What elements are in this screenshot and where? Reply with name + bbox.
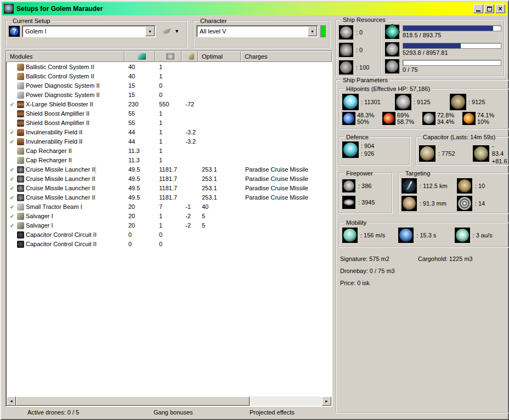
maximize-button[interactable]: [484, 4, 494, 13]
module-name: Cap Recharger II: [26, 146, 72, 156]
targeting-label: Targeting: [404, 170, 432, 177]
scroll-right-arrow-icon[interactable]: ►: [322, 396, 331, 406]
module-charges: [241, 118, 331, 128]
kinetic-resist-icon: [422, 112, 436, 125]
module-cpu: 20: [125, 212, 156, 221]
charges-column-header[interactable]: Charges: [241, 51, 332, 62]
module-row[interactable]: ✓ Small Tractor Beam I 20 7 -1 40: [7, 202, 331, 212]
module-row[interactable]: ✓ Cruise Missile Launcher II 49.5 1181.7…: [7, 184, 331, 193]
module-row[interactable]: Capacitor Control Circuit II 0 0: [7, 230, 331, 240]
module-row[interactable]: ✓ Salvager I 20 1 -2 5: [7, 221, 331, 230]
module-cap-use: -72: [182, 100, 199, 109]
capacitor-column-header[interactable]: [182, 51, 198, 62]
module-row[interactable]: ✓ Salvager I 20 1 -2 5: [7, 212, 331, 221]
module-optimal: [199, 240, 241, 249]
module-optimal: [199, 128, 241, 137]
module-row[interactable]: ✓ Invulnerability Field II 44 1 -3.2: [7, 137, 331, 146]
module-optimal: 253.1: [199, 193, 241, 202]
modules-column-header[interactable]: Modules: [6, 51, 125, 62]
capacitor-label: Capacitor (Lasts: 14m 59s): [421, 134, 497, 140]
module-row[interactable]: Power Diagnostic System II 15 0: [7, 90, 331, 100]
module-cap-use: [182, 193, 199, 202]
ship-resources-group: Ship Resources : 0 : 0 : 100 818.5 / 893…: [336, 16, 505, 77]
character-select[interactable]: All level V ▼: [196, 25, 318, 37]
dronebay-value: Dronebay: 0 / 75 m3: [340, 268, 395, 274]
module-cap-use: [182, 165, 199, 174]
module-powergrid: 1: [156, 72, 182, 81]
scroll-left-arrow-icon[interactable]: ◄: [7, 396, 16, 406]
module-powergrid: 7: [156, 202, 182, 212]
cpu-column-header[interactable]: [125, 51, 155, 62]
module-cpu: 49.5: [125, 174, 156, 184]
close-button[interactable]: ×: [495, 4, 505, 13]
module-row[interactable]: Power Diagnostic System II 15 0: [7, 81, 331, 90]
horizontal-scrollbar[interactable]: ◄ ►: [7, 396, 331, 406]
module-optimal: [199, 118, 241, 128]
em-armor-resist: 50%: [357, 118, 374, 125]
module-row[interactable]: ✓ Cruise Missile Launcher II 49.5 1181.7…: [7, 165, 331, 174]
ship-menu-button[interactable]: ▼: [162, 29, 179, 35]
module-optimal: [199, 90, 241, 100]
optimal-column-header[interactable]: Optimal: [198, 51, 241, 62]
module-optimal: [199, 137, 241, 146]
active-check-icon: ✓: [9, 221, 15, 230]
cpu-bar: [403, 25, 501, 31]
capacitor-group: Capacitor (Lasts: 14m 59s) : 7752 - 83.4…: [416, 134, 509, 166]
turret-hardpoints-value: : 0: [356, 29, 363, 36]
module-row[interactable]: Shield Boost Amplifier II 55 1: [7, 118, 331, 128]
thermal-shield-resist: 69%: [397, 112, 414, 118]
module-type-icon: [17, 92, 24, 99]
firepower-label: Firepower: [344, 170, 375, 177]
ship-parameters-label: Ship Parameters: [341, 77, 389, 83]
setup-select-arrow-icon[interactable]: ▼: [145, 26, 155, 36]
character-select-arrow-icon[interactable]: ▼: [308, 26, 317, 36]
module-charges: Paradise Cruise Missile: [241, 184, 331, 193]
kinetic-shield-resist: 72.8%: [437, 112, 454, 118]
help-icon[interactable]: [9, 26, 20, 37]
module-cpu: 55: [125, 118, 156, 128]
align-time-icon: [398, 228, 414, 243]
gang-bonuses-label: Gang bonuses: [154, 409, 193, 416]
shield-hp-value: : 11301: [361, 99, 381, 105]
scrollbar-track[interactable]: [250, 396, 322, 406]
module-row[interactable]: Ballistic Control System II 40 1: [7, 63, 331, 72]
module-row[interactable]: Cap Recharger II 11.3 1: [7, 146, 331, 156]
module-cap-use: -2: [182, 221, 199, 230]
module-type-icon: [17, 129, 24, 136]
module-row[interactable]: Cap Recharger II 11.3 1: [7, 156, 331, 165]
module-row[interactable]: ✓ Cruise Missile Launcher II 49.5 1181.7…: [7, 193, 331, 202]
module-cpu: 44: [125, 137, 156, 146]
module-optimal: [199, 230, 241, 240]
module-row[interactable]: Ballistic Control System II 40 1: [7, 72, 331, 81]
powergrid-bar: [403, 43, 501, 49]
setup-select[interactable]: Golem I ▼: [22, 25, 156, 37]
minimize-button[interactable]: [473, 4, 483, 13]
scan-resolution-icon: [401, 196, 417, 211]
module-row[interactable]: ✓ Cruise Missile Launcher II 49.5 1181.7…: [7, 174, 331, 184]
module-charges: [241, 146, 331, 156]
module-cpu: 20: [125, 202, 156, 212]
ship-resources-label: Ship Resources: [341, 16, 387, 23]
module-charges: [241, 100, 331, 109]
scrollbar-thumb[interactable]: [16, 396, 250, 406]
module-row[interactable]: Shield Boost Amplifier II 55 1: [7, 109, 331, 118]
module-charges: [241, 72, 331, 81]
powergrid-column-header[interactable]: [155, 51, 182, 62]
module-name: Cruise Missile Launcher II: [26, 174, 95, 184]
module-name: Invulnerability Field II: [26, 137, 82, 146]
current-setup-label: Current Setup: [11, 18, 52, 24]
module-type-icon: [17, 82, 24, 89]
title-bar[interactable]: Setups for Golem Marauder ×: [2, 2, 507, 15]
mobility-group: Mobility : 156 m/s : 15.3 s : 3 au/s: [339, 219, 509, 248]
module-row[interactable]: ✓ Invulnerability Field II 44 1 -3.2: [7, 128, 331, 137]
firepower-group: Firepower : 386 : 3945: [339, 170, 393, 214]
module-name: Salvager I: [26, 221, 53, 230]
targeting-group: Targeting : 112.5 km : 10 : 91.3 mm : 14: [398, 170, 509, 214]
module-cpu: 55: [125, 109, 156, 118]
module-name: Invulnerability Field II: [26, 128, 82, 137]
cap-recharge-icon: [473, 145, 489, 162]
defence-label: Defence: [344, 134, 370, 140]
module-row[interactable]: Capacitor Control Circuit II 0 0: [7, 240, 331, 249]
module-row[interactable]: ✓ X-Large Shield Booster II 230 550 -72: [7, 100, 331, 109]
module-charges: [241, 212, 331, 221]
